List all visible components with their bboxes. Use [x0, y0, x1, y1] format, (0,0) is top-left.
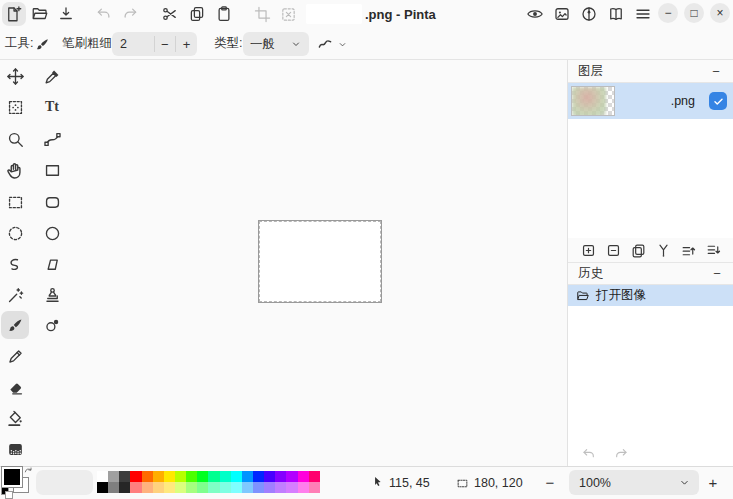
- tool-magic-wand[interactable]: [1, 281, 29, 309]
- palette-swatch[interactable]: [231, 482, 242, 493]
- cut-button[interactable]: [158, 2, 182, 26]
- new-image-button[interactable]: [2, 2, 26, 26]
- palette-swatch[interactable]: [208, 482, 219, 493]
- brush-width-increase-button[interactable]: +: [176, 32, 197, 56]
- view-menu-button[interactable]: [523, 2, 547, 26]
- canvas[interactable]: [258, 220, 382, 303]
- palette-swatch[interactable]: [164, 471, 175, 482]
- palette-swatch[interactable]: [119, 471, 130, 482]
- palette-swatch[interactable]: [97, 482, 108, 493]
- recent-colors-box[interactable]: [36, 470, 93, 495]
- palette-swatch[interactable]: [309, 482, 320, 493]
- palette-swatch[interactable]: [108, 471, 119, 482]
- palette-swatch[interactable]: [197, 471, 208, 482]
- tool-rounded-rectangle[interactable]: [38, 188, 66, 216]
- palette-swatch[interactable]: [253, 471, 264, 482]
- palette-swatch[interactable]: [130, 482, 141, 493]
- tool-gradient[interactable]: [1, 435, 29, 463]
- tool-rectangle-select[interactable]: [1, 188, 29, 216]
- close-button[interactable]: ×: [710, 3, 730, 23]
- duplicate-layer-button[interactable]: [627, 239, 649, 261]
- tool-move-selection[interactable]: [1, 93, 29, 121]
- undo-button[interactable]: [92, 2, 116, 26]
- brush-width-spinner[interactable]: 2 − +: [112, 32, 197, 56]
- swap-colors-icon[interactable]: [23, 465, 34, 476]
- palette-swatch[interactable]: [108, 482, 119, 493]
- layer-visible-checkbox[interactable]: [709, 92, 727, 110]
- adjustments-menu-button[interactable]: [577, 2, 601, 26]
- delete-layer-button[interactable]: [602, 239, 624, 261]
- tool-color-picker[interactable]: [38, 62, 66, 90]
- merge-layer-down-button[interactable]: [653, 239, 675, 261]
- history-item[interactable]: 打开图像: [568, 285, 733, 306]
- palette-swatch[interactable]: [298, 482, 309, 493]
- maximize-button[interactable]: □: [684, 3, 704, 23]
- main-menu-button[interactable]: [631, 2, 655, 26]
- history-undo-button[interactable]: [578, 443, 600, 465]
- palette-swatch[interactable]: [264, 482, 275, 493]
- layers-collapse-button[interactable]: −: [709, 64, 723, 79]
- move-layer-up-button[interactable]: [678, 239, 700, 261]
- tool-pan[interactable]: [1, 156, 29, 184]
- redo-button[interactable]: [118, 2, 142, 26]
- palette-swatch[interactable]: [119, 482, 130, 493]
- palette-swatch[interactable]: [231, 471, 242, 482]
- stroke-style-dropdown[interactable]: [335, 37, 349, 51]
- copy-button[interactable]: [185, 2, 209, 26]
- palette-swatch[interactable]: [298, 471, 309, 482]
- tool-move-selected[interactable]: [1, 62, 29, 90]
- current-tool-button[interactable]: [30, 32, 54, 56]
- open-image-button[interactable]: [28, 2, 52, 26]
- history-redo-button[interactable]: [610, 443, 632, 465]
- tool-paintbrush[interactable]: [1, 311, 29, 339]
- zoom-out-button[interactable]: −: [537, 469, 563, 495]
- palette-swatch[interactable]: [197, 482, 208, 493]
- foreground-background-colors[interactable]: [2, 467, 36, 497]
- palette-swatch[interactable]: [220, 482, 231, 493]
- brush-width-value[interactable]: 2: [112, 37, 154, 51]
- tool-zoom[interactable]: [1, 125, 29, 153]
- tool-ellipse[interactable]: [38, 219, 66, 247]
- tool-freeform-shape[interactable]: [38, 250, 66, 278]
- palette-swatch[interactable]: [186, 482, 197, 493]
- palette-swatch[interactable]: [253, 482, 264, 493]
- tool-line-curve[interactable]: [38, 125, 66, 153]
- brush-width-decrease-button[interactable]: −: [155, 32, 176, 56]
- palette-swatch[interactable]: [286, 471, 297, 482]
- stroke-style-button[interactable]: [313, 32, 337, 56]
- palette-swatch[interactable]: [142, 471, 153, 482]
- move-layer-down-button[interactable]: [703, 239, 725, 261]
- image-menu-button[interactable]: [550, 2, 574, 26]
- minimize-button[interactable]: −: [658, 3, 678, 23]
- history-collapse-button[interactable]: −: [710, 266, 724, 281]
- palette-swatch[interactable]: [275, 482, 286, 493]
- palette-swatch[interactable]: [175, 482, 186, 493]
- add-layer-button[interactable]: [577, 239, 599, 261]
- tool-ellipse-select[interactable]: [1, 219, 29, 247]
- effects-menu-button[interactable]: [604, 2, 628, 26]
- palette-swatch[interactable]: [242, 482, 253, 493]
- crop-to-selection-button[interactable]: [250, 2, 274, 26]
- blend-type-dropdown[interactable]: 一般: [243, 32, 309, 56]
- tool-lasso-select[interactable]: [1, 250, 29, 278]
- tool-eraser[interactable]: [1, 373, 29, 401]
- palette-swatch[interactable]: [275, 471, 286, 482]
- palette-swatch[interactable]: [264, 471, 275, 482]
- palette-swatch[interactable]: [309, 471, 320, 482]
- palette-swatch[interactable]: [175, 471, 186, 482]
- palette-swatch[interactable]: [220, 471, 231, 482]
- zoom-level-dropdown[interactable]: 100%: [569, 470, 699, 495]
- save-image-button[interactable]: [54, 2, 78, 26]
- tool-clone-stamp[interactable]: [38, 281, 66, 309]
- tool-recolor[interactable]: [38, 311, 66, 339]
- palette-swatch[interactable]: [208, 471, 219, 482]
- palette-swatch[interactable]: [164, 482, 175, 493]
- tool-rectangle[interactable]: [38, 156, 66, 184]
- palette-swatch[interactable]: [153, 471, 164, 482]
- palette-swatch[interactable]: [97, 471, 108, 482]
- palette-swatch[interactable]: [242, 471, 253, 482]
- zoom-in-button[interactable]: +: [700, 469, 726, 495]
- deselect-button[interactable]: [276, 2, 300, 26]
- tool-pencil[interactable]: [1, 342, 29, 370]
- tool-text[interactable]: Tt: [38, 93, 66, 121]
